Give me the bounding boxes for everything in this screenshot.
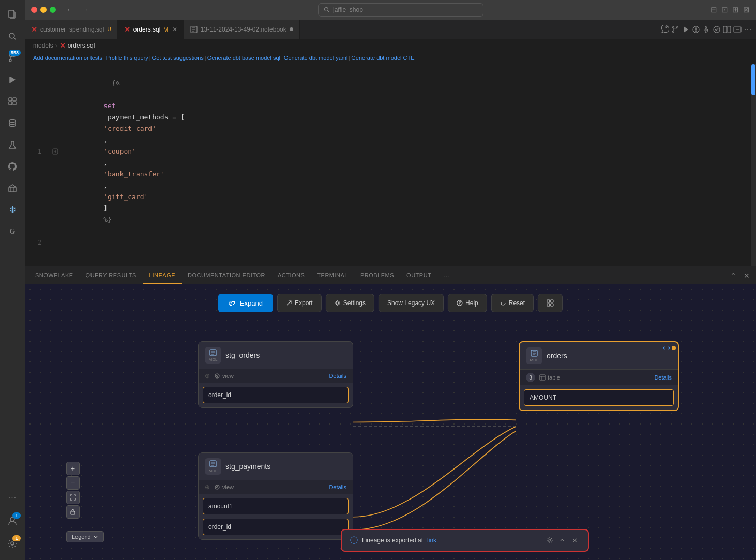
action-profile[interactable]: Profile this query <box>106 55 148 61</box>
extra-action-button[interactable] <box>538 294 563 312</box>
panel-collapse-btn[interactable]: ⌃ <box>728 270 738 281</box>
layout-icon-1[interactable]: ⊟ <box>710 5 717 14</box>
activity-icon-snowflake[interactable]: ❄ <box>2 200 23 220</box>
node-stg-orders-meta: ⊕ view Details <box>199 369 353 383</box>
node-stg-orders-icon: MDL <box>205 347 221 364</box>
breadcrumb-models[interactable]: models <box>33 42 53 49</box>
activity-icon-search[interactable] <box>2 26 23 47</box>
branch-icon[interactable] <box>671 25 679 34</box>
tab-more[interactable]: ... <box>437 266 456 284</box>
activity-icon-more[interactable]: ··· <box>2 488 23 508</box>
view-badge[interactable]: view <box>214 373 234 379</box>
scrollbar-thumb[interactable] <box>751 64 755 95</box>
tab-terminal[interactable]: TERMINAL <box>311 266 354 284</box>
forward-button[interactable]: → <box>79 4 91 16</box>
action-gen-model-yaml[interactable]: Generate dbt model yaml <box>284 55 348 61</box>
expand-button[interactable]: Expand <box>218 294 273 312</box>
add-icon-payments[interactable]: ⊕ <box>205 483 210 491</box>
node-orders-status <box>663 344 676 352</box>
action-add-docs[interactable]: Add documentation or tests <box>33 55 102 61</box>
activity-icon-source-control[interactable]: 558 <box>2 48 23 68</box>
notebook-tab-label: 13-11-2024-13-49-02.notebook <box>201 26 286 33</box>
activity-icon-database[interactable] <box>2 113 23 133</box>
orders-details-link[interactable]: Details <box>654 374 672 381</box>
person-run-icon[interactable] <box>702 25 710 34</box>
stg-payments-details-link[interactable]: Details <box>329 484 346 490</box>
show-legacy-ux-button[interactable]: Show Legacy UX <box>379 294 444 312</box>
orders-table-badge[interactable]: table <box>539 374 560 381</box>
action-test-suggestions[interactable]: Get test suggestions <box>152 55 204 61</box>
activity-icon-run[interactable] <box>2 69 23 90</box>
layout-icon-2[interactable]: ⊡ <box>721 5 728 14</box>
activity-icon-github[interactable] <box>2 156 23 177</box>
play-icon[interactable] <box>682 25 690 34</box>
activity-bar-bottom: ··· 1 1 <box>2 488 23 560</box>
notification-close-button[interactable]: ✕ <box>569 535 580 546</box>
wrench-icon[interactable] <box>661 25 669 34</box>
tab-lineage[interactable]: LINEAGE <box>143 266 182 284</box>
tab-bar: ✕ customer_spending.sql U ✕ orders.sql M… <box>25 20 756 39</box>
notification-link[interactable]: link <box>427 537 436 544</box>
alert-icon[interactable] <box>692 25 700 34</box>
activity-icon-greptile[interactable]: G <box>2 221 23 242</box>
node-orders-meta: 3 table Details <box>520 370 678 385</box>
stg-orders-details-link[interactable]: Details <box>329 373 346 379</box>
collapse-editor-icon[interactable] <box>733 25 742 34</box>
search-bar[interactable]: jaffle_shop <box>318 3 483 17</box>
action-gen-model-sql[interactable]: Generate dbt base model sql <box>207 55 280 61</box>
notification-chevron-up-button[interactable] <box>557 535 567 546</box>
tab-notebook[interactable]: 13-11-2024-13-49-02.notebook <box>184 20 300 39</box>
tab-problems[interactable]: PROBLEMS <box>354 266 400 284</box>
zoom-out-button[interactable]: − <box>66 476 80 490</box>
maximize-button[interactable] <box>50 7 56 13</box>
node-stg-payments-title: stg_payments <box>225 462 270 471</box>
svg-rect-48 <box>71 511 75 514</box>
tab-actions[interactable]: ACTIONS <box>271 266 311 284</box>
layout-icon-3[interactable]: ⊞ <box>732 5 739 14</box>
editor-scrollbar[interactable] <box>751 64 756 266</box>
tab-close-orders[interactable]: ✕ <box>172 26 177 33</box>
activity-icon-package[interactable] <box>2 178 23 199</box>
zoom-fit-button[interactable] <box>66 491 80 504</box>
stg-orders-field-order-id[interactable]: order_id <box>203 387 349 403</box>
split-editor-icon[interactable] <box>723 25 731 34</box>
fold-icon-1[interactable] <box>50 148 61 155</box>
orders-field-amount[interactable]: AMOUNT <box>524 389 674 406</box>
layout-icon-4[interactable]: ⊠ <box>743 5 750 14</box>
tab-query-results[interactable]: QUERY RESULTS <box>80 266 143 284</box>
action-gen-model-cte[interactable]: Generate dbt model CTE <box>351 55 414 61</box>
window-controls <box>31 7 56 13</box>
back-button[interactable]: ← <box>64 4 77 16</box>
help-button[interactable]: Help <box>448 294 487 312</box>
activity-icon-files[interactable] <box>2 4 23 25</box>
panel-close-btn[interactable]: ✕ <box>742 270 752 281</box>
export-button[interactable]: Export <box>277 294 322 312</box>
add-icon[interactable]: ⊕ <box>205 372 210 380</box>
node-stg-orders-mdl: MDL <box>209 357 218 362</box>
notification-settings-button[interactable] <box>545 535 555 546</box>
legend-button[interactable]: Legend <box>66 531 104 542</box>
tab-output[interactable]: OUTPUT <box>400 266 437 284</box>
more-options-icon[interactable] <box>744 25 752 34</box>
stg-payments-field-order-id[interactable]: order_id <box>203 519 349 535</box>
tab-customer-spending[interactable]: ✕ customer_spending.sql U <box>25 20 118 39</box>
close-button[interactable] <box>31 7 37 13</box>
payments-view-badge[interactable]: view <box>214 484 234 490</box>
settings-button[interactable]: Settings <box>326 294 374 312</box>
zoom-lock-button[interactable] <box>66 505 80 519</box>
tab-documentation-editor[interactable]: DOCUMENTATION EDITOR <box>182 266 271 284</box>
stg-payments-field-amount1[interactable]: amount1 <box>203 498 349 514</box>
activity-icon-user[interactable]: 1 <box>2 510 23 531</box>
tab-orders[interactable]: ✕ orders.sql M ✕ <box>118 20 184 39</box>
checkmark-icon[interactable] <box>713 25 721 34</box>
tab-snowflake[interactable]: SNOWFLAKE <box>29 266 80 284</box>
minimize-button[interactable] <box>40 7 47 13</box>
reset-button[interactable]: Reset <box>491 294 534 312</box>
breadcrumb-file[interactable]: orders.sql <box>68 42 95 49</box>
activity-icon-settings[interactable]: 1 <box>2 533 23 554</box>
reset-label: Reset <box>509 299 525 307</box>
activity-icon-extensions[interactable] <box>2 91 23 112</box>
activity-icon-flask[interactable] <box>2 134 23 155</box>
zoom-in-button[interactable]: + <box>66 462 80 475</box>
svg-rect-9 <box>13 102 16 105</box>
